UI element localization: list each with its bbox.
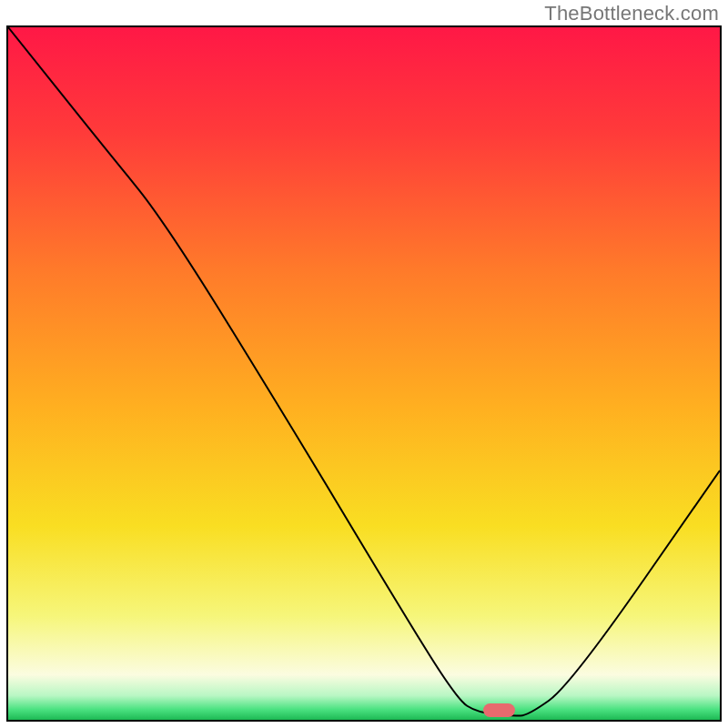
optimal-marker bbox=[483, 703, 514, 717]
plot-area bbox=[6, 25, 722, 722]
bottleneck-curve bbox=[8, 27, 720, 720]
watermark-text: TheBottleneck.com bbox=[544, 2, 719, 25]
